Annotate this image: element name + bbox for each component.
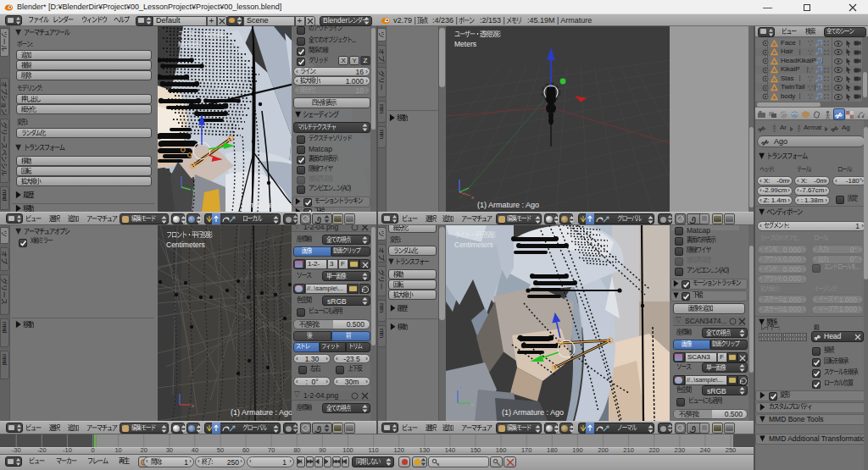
svg-text:d: d [1, 197, 8, 201]
svg-text:x: x [192, 403, 194, 408]
svg-text:x: x [471, 195, 474, 200]
svg-text:y: y [192, 187, 196, 194]
svg-text:d: d [1, 362, 8, 365]
svg-text:d: d [1, 329, 8, 333]
svg-text:z: z [459, 384, 462, 390]
svg-text:m: m [378, 133, 386, 139]
svg-text:m: m [378, 332, 386, 338]
svg-text:m: m [378, 108, 386, 113]
svg-text:m: m [378, 307, 386, 312]
svg-text:y: y [471, 401, 474, 406]
